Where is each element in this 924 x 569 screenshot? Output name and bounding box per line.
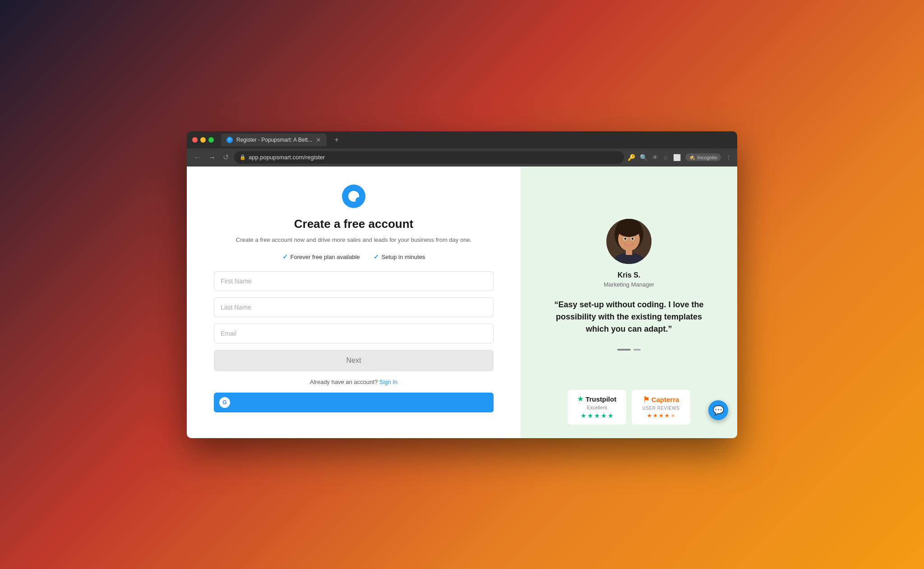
- star-5: ★: [608, 412, 614, 419]
- svg-rect-5: [626, 248, 632, 255]
- c-star-1: ★: [647, 412, 652, 419]
- traffic-lights: [192, 137, 214, 143]
- feature-label-setup: Setup in minutes: [382, 254, 425, 260]
- tab-title: Register - Popupsmart: A Bett...: [236, 137, 312, 143]
- google-icon: G: [219, 397, 230, 408]
- email-group: [214, 324, 494, 343]
- c-star-3: ★: [659, 412, 664, 419]
- browser-tab[interactable]: P Register - Popupsmart: A Bett... ✕: [221, 134, 327, 146]
- c-star-4: ★: [665, 412, 670, 419]
- close-button[interactable]: [192, 137, 198, 143]
- forward-button[interactable]: →: [207, 152, 217, 163]
- reviewer-avatar: [606, 219, 651, 264]
- tab-favicon: P: [226, 137, 233, 143]
- incognito-label: Incognito: [697, 155, 717, 160]
- feature-item-free: ✓ Forever free plan available: [282, 253, 360, 260]
- lock-icon: 🔒: [240, 154, 246, 160]
- email-input[interactable]: [214, 324, 494, 343]
- trustpilot-logo: ★ Trustpilot: [578, 395, 616, 403]
- capterra-name: Capterra: [651, 396, 679, 403]
- eye-icon: 👁: [652, 154, 658, 161]
- trustpilot-badge: ★ Trustpilot Excellent ★ ★ ★ ★ ★: [568, 390, 626, 425]
- signin-link[interactable]: Sign In: [379, 379, 397, 385]
- star-2: ★: [587, 412, 593, 419]
- google-signup-bar[interactable]: G: [214, 393, 494, 412]
- capterra-flag-icon: ⚑: [643, 395, 649, 404]
- chat-button[interactable]: 💬: [708, 400, 728, 420]
- logo-container: [342, 185, 365, 208]
- tab-close-button[interactable]: ✕: [316, 136, 321, 143]
- maximize-button[interactable]: [208, 137, 214, 143]
- page-subtitle: Create a free account now and drive more…: [236, 236, 471, 245]
- url-text: app.popupsmart.com/register: [249, 154, 325, 161]
- check-icon-setup: ✓: [374, 253, 379, 260]
- browser-window: P Register - Popupsmart: A Bett... ✕ + ←…: [187, 131, 737, 438]
- incognito-badge: 🕵 Incognito: [685, 153, 721, 161]
- profile-icon: ⬜: [673, 154, 681, 161]
- feature-item-setup: ✓ Setup in minutes: [374, 253, 425, 260]
- trustpilot-stars: ★ ★ ★ ★ ★: [581, 412, 614, 419]
- trustpilot-excellent-label: Excellent: [587, 405, 607, 410]
- star-3: ★: [594, 412, 600, 419]
- address-bar[interactable]: 🔒 app.popupsmart.com/register: [234, 151, 624, 164]
- c-star-half: ★: [670, 412, 675, 419]
- feature-label-free: Forever free plan available: [291, 254, 360, 260]
- first-name-group: [214, 271, 494, 291]
- c-star-2: ★: [653, 412, 658, 419]
- page-title: Create a free account: [294, 217, 413, 231]
- last-name-input[interactable]: [214, 297, 494, 317]
- browser-actions: 🔑 🔍 👁 ☆ ⬜ 🕵 Incognito ⋮: [628, 153, 732, 161]
- testimonial-section: Kris S. Marketing Manager “Easy set-up w…: [552, 189, 706, 381]
- menu-icon[interactable]: ⋮: [725, 154, 732, 161]
- trustpilot-label: Trustpilot: [586, 395, 616, 403]
- capterra-logo: ⚑ Capterra: [643, 395, 679, 404]
- capterra-stars: ★ ★ ★ ★ ★: [647, 412, 675, 419]
- star-1: ★: [581, 412, 587, 419]
- first-name-input[interactable]: [214, 271, 494, 291]
- signin-text: Already have an account? Sign In: [310, 379, 397, 385]
- testimonial-panel: Kris S. Marketing Manager “Easy set-up w…: [521, 167, 737, 438]
- logo-inner: [348, 191, 359, 202]
- dot-active[interactable]: [617, 349, 631, 351]
- next-button[interactable]: Next: [214, 350, 494, 371]
- star-4: ★: [601, 412, 607, 419]
- last-name-group: [214, 297, 494, 317]
- svg-point-8: [624, 238, 627, 240]
- capterra-label: USER REVIEWS: [642, 406, 680, 411]
- browser-toolbar: ← → ↺ 🔒 app.popupsmart.com/register 🔑 🔍 …: [187, 148, 737, 167]
- new-tab-button[interactable]: +: [330, 134, 343, 146]
- svg-point-3: [616, 219, 642, 237]
- browser-titlebar: P Register - Popupsmart: A Bett... ✕ +: [187, 131, 737, 148]
- svg-point-9: [632, 238, 634, 240]
- back-button[interactable]: ←: [192, 152, 203, 163]
- key-icon: 🔑: [628, 154, 635, 161]
- capterra-badge: ⚑ Capterra USER REVIEWS ★ ★ ★ ★ ★: [632, 390, 690, 425]
- trustpilot-star-icon: ★: [578, 395, 583, 402]
- minimize-button[interactable]: [200, 137, 206, 143]
- popupsmart-logo: [342, 185, 365, 208]
- zoom-icon: 🔍: [640, 154, 647, 161]
- incognito-icon: 🕵: [689, 154, 695, 160]
- testimonial-quote: “Easy set-up without coding. I love the …: [552, 299, 706, 335]
- bookmark-icon[interactable]: ☆: [663, 154, 669, 161]
- features-row: ✓ Forever free plan available ✓ Setup in…: [282, 253, 425, 260]
- reviewer-name: Kris S.: [618, 271, 641, 279]
- check-icon-free: ✓: [282, 253, 288, 260]
- badges-row: ★ Trustpilot Excellent ★ ★ ★ ★ ★ ⚑: [568, 390, 690, 425]
- reload-button[interactable]: ↺: [221, 151, 231, 163]
- dots-indicator: [617, 349, 641, 351]
- registration-panel: Create a free account Create a free acco…: [187, 167, 521, 438]
- page-content: Create a free account Create a free acco…: [187, 167, 737, 438]
- reviewer-title: Marketing Manager: [604, 281, 654, 288]
- dot-inactive[interactable]: [633, 349, 641, 351]
